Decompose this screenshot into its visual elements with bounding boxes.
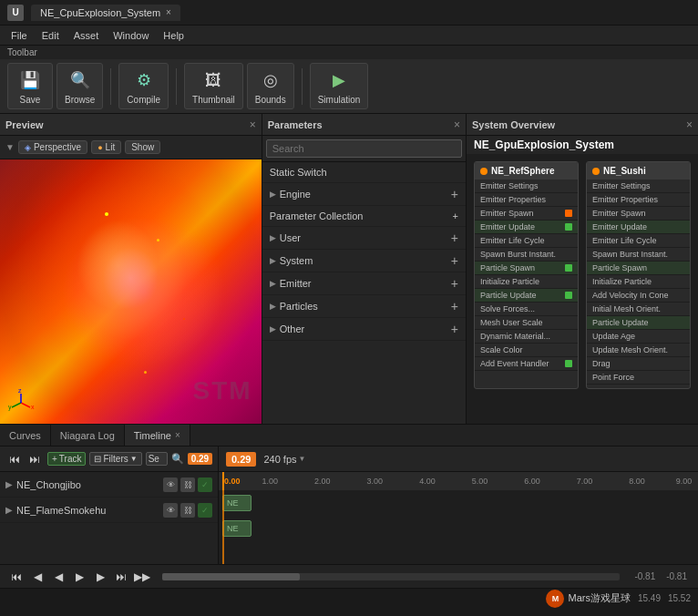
engine-group[interactable]: ▶ Engine + [262, 183, 466, 206]
app-tab[interactable]: NE_CpuExplosion_System × [31, 5, 180, 21]
emitter-row[interactable]: Emitter Properties [587, 193, 690, 207]
param-collection-item[interactable]: Parameter Collection + [262, 206, 466, 227]
tab-close-icon[interactable]: × [166, 7, 171, 17]
emitter-row[interactable]: Add Velocity In Cone [587, 289, 690, 303]
menu-edit[interactable]: Edit [35, 28, 67, 43]
track-lock-icon[interactable]: ⛓ [180, 477, 195, 492]
emitter-row[interactable]: Particle Spawn [475, 262, 578, 275]
engine-add-icon[interactable]: + [451, 187, 458, 201]
emitter-row[interactable]: Mesh User Scale [475, 316, 578, 330]
track-visibility-icon[interactable]: 👁 [163, 477, 178, 492]
next-icon[interactable]: ▶ [91, 568, 109, 586]
emitter-row[interactable]: Emitter Settings [587, 180, 690, 193]
menu-asset[interactable]: Asset [67, 28, 107, 43]
go-end-icon[interactable]: ▶▶ [133, 568, 151, 586]
prev-icon[interactable]: ◀ [49, 568, 67, 586]
emitter-header-0[interactable]: NE_RefSphere [475, 162, 578, 180]
menu-file[interactable]: File [4, 28, 35, 43]
track-expand-icon[interactable]: ▶ [5, 479, 13, 489]
compile-button[interactable]: ⚙ Compile [118, 63, 169, 109]
emitter-row[interactable]: Emitter Spawn [475, 207, 578, 221]
timeline-tab-close-icon[interactable]: × [175, 430, 180, 440]
browse-button[interactable]: 🔍 Browse [56, 63, 103, 109]
track-lock-icon-1[interactable]: ⛓ [180, 503, 195, 518]
menu-help[interactable]: Help [156, 28, 191, 43]
tracks-search-input[interactable] [146, 452, 168, 466]
track-active-icon[interactable]: ✓ [198, 477, 212, 492]
emitter-row[interactable]: Spawn Burst Instant. [475, 248, 578, 262]
user-group[interactable]: ▶ User + [262, 227, 466, 250]
emitter-row[interactable]: Emitter Update [475, 221, 578, 234]
emitter-row[interactable]: Emitter Life Cycle [587, 234, 690, 248]
emitter-row[interactable]: Emitter Properties [475, 193, 578, 207]
timeline-scrubber[interactable] [162, 573, 620, 580]
emitter-row[interactable]: Solve Forces... [475, 303, 578, 316]
search-input[interactable] [266, 139, 462, 158]
emitter-row[interactable]: Initialize Particle [587, 275, 690, 289]
lit-button[interactable]: ● Lit [91, 140, 121, 154]
emitter-row[interactable]: Emitter Life Cycle [475, 234, 578, 248]
parameters-close-icon[interactable]: × [454, 118, 460, 131]
particles-add-icon[interactable]: + [451, 299, 458, 313]
tab-curves[interactable]: Curves [0, 425, 51, 446]
emitter-row[interactable]: Add Event Handler [475, 357, 578, 371]
other-group[interactable]: ▶ Other + [262, 318, 466, 341]
emitter-row[interactable]: Particle Spawn [587, 262, 690, 275]
system-add-icon[interactable]: + [451, 253, 458, 268]
preview-close-icon[interactable]: × [250, 118, 256, 131]
emitter-row[interactable]: Emitter Spawn [587, 207, 690, 221]
emitter-row[interactable]: Spawn Burst Instant. [587, 248, 690, 262]
fps-selector[interactable]: 240 fps ▼ [263, 454, 305, 465]
user-add-icon[interactable]: + [451, 231, 458, 245]
emitter-row[interactable]: Particle Update [475, 289, 578, 303]
save-button[interactable]: 💾 Save [7, 63, 53, 109]
filter-button[interactable]: ⊟ Filters ▼ [89, 452, 141, 466]
simulation-button[interactable]: ▶ Simulation [310, 63, 369, 109]
particles-group[interactable]: ▶ Particles + [262, 295, 466, 318]
track-row-1[interactable]: ▶ NE_FlameSmokehu 👁 ⛓ ✓ [0, 498, 218, 523]
emitter-add-icon[interactable]: + [451, 276, 458, 291]
system-group[interactable]: ▶ System + [262, 250, 466, 272]
app-icon: U [7, 5, 24, 21]
timeline-block-0[interactable]: NE [222, 495, 251, 511]
track-row-0[interactable]: ▶ NE_Chongjibo 👁 ⛓ ✓ [0, 472, 218, 498]
track-active-icon-1[interactable]: ✓ [198, 503, 212, 518]
menu-window[interactable]: Window [106, 28, 156, 43]
thumbnail-button[interactable]: 🖼 Thumbnail [184, 63, 243, 109]
next-frame-icon[interactable]: ⏭ [112, 568, 130, 586]
emitter-row[interactable]: Emitter Settings [475, 180, 578, 193]
track-visibility-icon-1[interactable]: 👁 [163, 503, 178, 518]
emitter-row[interactable]: Point Force [587, 371, 690, 385]
emitter-row[interactable]: Dynamic Material... [475, 330, 578, 344]
step-fwd-icon[interactable]: ⏭ [26, 450, 44, 468]
emitter-row[interactable]: Update Mesh Orient. [587, 344, 690, 357]
go-start-icon[interactable]: ⏮ [7, 568, 26, 586]
emitter-row[interactable]: Initial Mesh Orient. [587, 303, 690, 316]
emitter-row[interactable]: Update Age [587, 330, 690, 344]
emitter-row[interactable]: Particle Update [587, 316, 690, 330]
ruler-mark-8: 8.00 [611, 477, 663, 486]
watermark: M Mars游戏星球 [546, 590, 630, 608]
perspective-button[interactable]: ◈ Perspective [18, 140, 87, 154]
param-collection-add-icon[interactable]: + [453, 210, 458, 221]
emitter-row[interactable]: Drag [587, 357, 690, 371]
track-expand-icon-1[interactable]: ▶ [5, 505, 13, 515]
emitter-group[interactable]: ▶ Emitter + [262, 272, 466, 295]
emitter-header-1[interactable]: NE_Sushi [587, 162, 690, 180]
tab-niagara-log[interactable]: Niagara Log [51, 425, 125, 446]
tab-timeline[interactable]: Timeline × [125, 425, 190, 446]
bounds-button[interactable]: ◎ Bounds [247, 63, 294, 109]
prev-frame-icon[interactable]: ◀ [28, 568, 46, 586]
static-switch-item[interactable]: Static Switch [262, 162, 466, 183]
show-button[interactable]: Show [125, 140, 160, 154]
system-overview-close-icon[interactable]: × [686, 118, 693, 131]
play-icon[interactable]: ▶ [70, 568, 88, 586]
track-add-button[interactable]: + Track [47, 452, 86, 466]
timeline-block-1[interactable]: NE [222, 520, 251, 537]
emitter-row[interactable]: Scale Color [475, 344, 578, 357]
emitter-row[interactable]: Emitter Update [587, 221, 690, 234]
dropdown-icon[interactable]: ▼ [5, 142, 15, 152]
step-back-icon[interactable]: ⏮ [5, 450, 24, 468]
other-add-icon[interactable]: + [451, 322, 458, 336]
emitter-row[interactable]: Initialize Particle [475, 275, 578, 289]
